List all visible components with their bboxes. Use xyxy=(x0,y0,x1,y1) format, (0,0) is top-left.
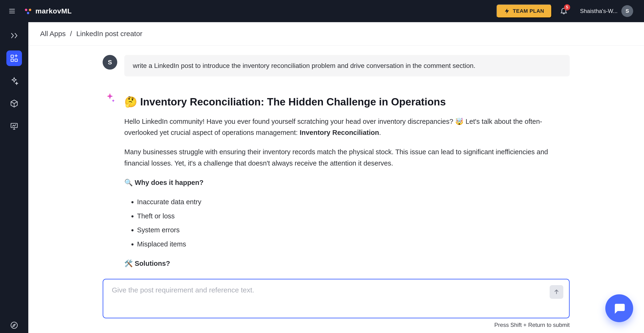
team-plan-label: TEAM PLAN xyxy=(513,8,544,14)
presentation-icon xyxy=(10,122,18,130)
breadcrumb-root-link[interactable]: All Apps xyxy=(40,30,66,38)
ai-post-title: 🤔 Inventory Reconciliation: The Hidden C… xyxy=(124,95,570,109)
page-content: All Apps / LinkedIn post creator S write… xyxy=(28,22,644,333)
brand-mark-icon xyxy=(24,7,32,15)
notifications-button[interactable]: 5 xyxy=(560,6,568,16)
brand-logo[interactable]: markovML xyxy=(24,7,72,15)
list-item: Misplaced items xyxy=(137,239,570,250)
user-avatar: S xyxy=(621,5,633,17)
nav-apps[interactable] xyxy=(6,50,22,66)
menu-toggle-button[interactable] xyxy=(6,6,18,16)
nav-explore[interactable] xyxy=(6,318,22,333)
breadcrumb-separator: / xyxy=(70,30,72,38)
ai-why-heading: 🔍 Why does it happen? xyxy=(124,177,570,188)
cube-icon xyxy=(10,99,18,108)
compass-icon xyxy=(10,321,18,330)
flows-icon xyxy=(10,31,18,40)
notification-count-badge: 5 xyxy=(564,4,570,10)
ai-message-row: 🤔 Inventory Reconciliation: The Hidden C… xyxy=(102,90,570,277)
hamburger-icon xyxy=(8,7,16,15)
nav-generate[interactable] xyxy=(6,73,22,89)
ai-why-list: Inaccurate data entry Theft or loss Syst… xyxy=(137,196,570,250)
workspace-switcher[interactable]: Shaistha's-W... S xyxy=(576,3,638,19)
apps-icon xyxy=(10,54,18,62)
composer-wrap: Press Shift + Return to submit xyxy=(28,279,644,333)
workspace-label: Shaistha's-W... xyxy=(580,8,618,14)
ai-message-body: 🤔 Inventory Reconciliation: The Hidden C… xyxy=(124,90,570,277)
breadcrumb: All Apps / LinkedIn post creator xyxy=(28,22,644,46)
user-avatar-small: S xyxy=(102,55,117,70)
svg-point-10 xyxy=(11,322,18,328)
send-button[interactable] xyxy=(550,285,563,299)
lightning-icon xyxy=(504,8,510,14)
user-message-row: S write a LinkedIn post to introduce the… xyxy=(102,55,570,76)
breadcrumb-current: LinkedIn post creator xyxy=(76,30,142,38)
topbar: markovML TEAM PLAN 5 Shaistha's-W... S xyxy=(0,0,644,22)
ai-paragraph-1: Hello LinkedIn community! Have you ever … xyxy=(124,116,570,139)
prompt-input[interactable] xyxy=(112,286,543,296)
list-item: Inaccurate data entry xyxy=(137,196,570,208)
nav-flows[interactable] xyxy=(6,28,22,44)
submit-hint: Press Shift + Return to submit xyxy=(102,322,570,328)
svg-rect-6 xyxy=(11,55,14,58)
list-item: Theft or loss xyxy=(137,210,570,222)
conversation-scroll[interactable]: S write a LinkedIn post to introduce the… xyxy=(28,46,644,279)
nav-analytics[interactable] xyxy=(6,118,22,134)
left-nav-rail xyxy=(0,22,28,333)
user-message-bubble: write a LinkedIn post to introduce the i… xyxy=(124,55,570,76)
ai-avatar xyxy=(102,90,117,105)
ai-solutions-heading: 🛠️ Solutions? xyxy=(124,258,570,269)
prompt-box xyxy=(102,279,570,318)
brand-name: markovML xyxy=(36,7,72,15)
nav-models[interactable] xyxy=(6,96,22,111)
chat-bubble-icon xyxy=(613,302,626,315)
list-item: System errors xyxy=(137,224,570,236)
arrow-up-icon xyxy=(553,288,560,296)
ai-paragraph-2: Many businesses struggle with ensuring t… xyxy=(124,146,570,169)
sparkle-gradient-icon xyxy=(104,92,116,104)
team-plan-button[interactable]: TEAM PLAN xyxy=(496,4,552,18)
svg-rect-8 xyxy=(11,59,14,62)
sparkle-icon xyxy=(10,77,18,85)
support-chat-fab[interactable] xyxy=(605,294,633,322)
svg-rect-7 xyxy=(15,59,18,62)
